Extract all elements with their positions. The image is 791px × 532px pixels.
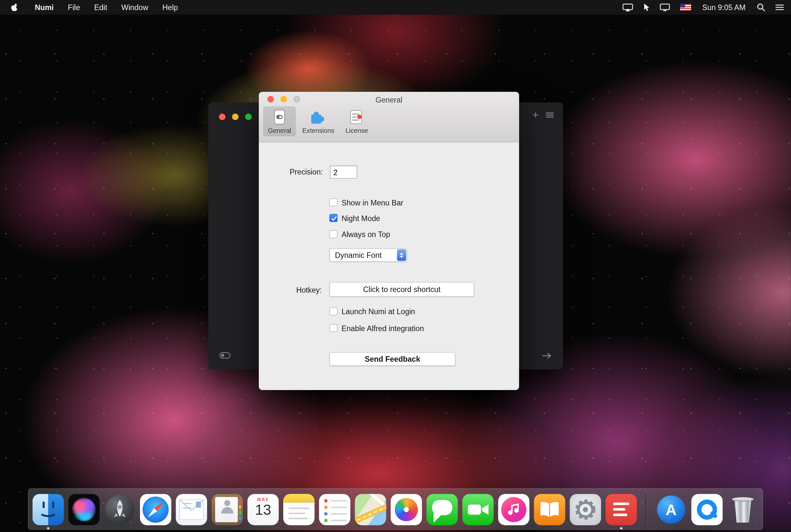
calendar-day: 13 [247, 501, 278, 518]
menu-app-name[interactable]: Numi [28, 3, 61, 12]
tab-license[interactable]: License [341, 107, 372, 136]
menu-edit[interactable]: Edit [87, 0, 114, 15]
dock-item-contacts[interactable] [212, 494, 243, 525]
photos-icon [391, 494, 422, 525]
checkbox-box [329, 324, 337, 332]
theme-toggle-icon[interactable] [219, 352, 230, 361]
itunes-icon [498, 494, 529, 525]
launchpad-icon [104, 494, 135, 525]
close-button[interactable] [219, 114, 226, 120]
checkbox-alfred-integration[interactable]: Enable Alfred integration [329, 323, 424, 333]
dock-item-calendar[interactable]: MAY 13 [247, 494, 278, 525]
font-select[interactable]: Dynamic Font [329, 248, 407, 262]
tab-general[interactable]: General [263, 107, 296, 136]
checkbox-box [329, 198, 337, 206]
hotkey-label: Hotkey: [259, 286, 322, 294]
checkbox-label: Show in Menu Bar [342, 198, 403, 206]
precision-input[interactable] [330, 165, 358, 178]
checkbox-night-mode[interactable]: Night Mode [329, 213, 380, 223]
checkbox-box [329, 307, 337, 316]
notification-center-icon[interactable] [770, 0, 791, 15]
siri-icon [69, 494, 100, 525]
dock-item-app-store[interactable]: A [656, 494, 687, 525]
checkbox-box [329, 214, 337, 222]
preferences-titlebar[interactable]: General General Extensions [259, 92, 519, 142]
dock-item-siri[interactable] [69, 494, 100, 525]
calendar-icon: MAY 13 [247, 494, 278, 525]
numi-toolbar: + [532, 109, 554, 120]
checkbox-label: Always on Top [342, 230, 390, 238]
checkbox-label: Launch Numi at Login [342, 307, 415, 316]
maps-icon [355, 494, 386, 525]
dock-item-system-preferences[interactable] [570, 494, 601, 525]
preferences-tabs: General Extensions License [263, 107, 373, 136]
dock-item-books[interactable] [534, 494, 565, 525]
tab-extensions[interactable]: Extensions [298, 107, 339, 136]
dock-item-reminders[interactable] [319, 494, 350, 525]
dock-item-facetime[interactable] [462, 494, 494, 525]
checkbox-show-in-menu-bar[interactable]: Show in Menu Bar [329, 197, 403, 207]
mail-icon [176, 494, 207, 525]
dock-item-safari[interactable] [140, 494, 171, 525]
dock-item-itunes[interactable] [498, 494, 529, 525]
preferences-window: General General Extensions [259, 92, 519, 390]
dock-item-messages[interactable] [426, 494, 458, 525]
dock-item-quicktime[interactable] [691, 494, 722, 525]
arrow-right-icon[interactable] [542, 352, 552, 361]
notes-icon [283, 494, 314, 525]
gear-glyph [570, 494, 601, 525]
apple-menu[interactable] [0, 0, 28, 15]
stamp [196, 501, 201, 508]
menu-help[interactable]: Help [155, 0, 185, 15]
checkbox-launch-at-login[interactable]: Launch Numi at Login [329, 306, 415, 317]
display-icon[interactable] [655, 0, 675, 15]
checkbox-label: Night Mode [342, 214, 380, 222]
precision-label: Precision: [259, 168, 323, 176]
dock-item-numi[interactable] [605, 494, 637, 525]
menu-bar-left: Numi File Edit Window Help [0, 0, 185, 15]
menu-bar-status: Sun 9:05 AM [617, 0, 791, 15]
license-tab-icon [350, 109, 364, 125]
menu-bar-clock[interactable]: Sun 9:05 AM [696, 3, 752, 12]
app-store-icon: A [656, 494, 687, 525]
minimize-button[interactable] [232, 114, 238, 120]
dock-item-maps[interactable] [355, 494, 386, 525]
pointer-icon[interactable] [638, 0, 655, 15]
dock-item-mail[interactable] [176, 494, 207, 525]
quicktime-icon [691, 494, 722, 525]
facetime-icon [462, 494, 494, 525]
compass-needle [140, 494, 171, 525]
menu-window[interactable]: Window [114, 0, 155, 15]
messages-icon [426, 494, 458, 525]
numi-window-controls [219, 114, 252, 120]
dock-item-finder[interactable] [33, 494, 64, 525]
font-select-value: Dynamic Font [330, 251, 382, 259]
window-title: General [259, 95, 519, 104]
send-feedback-button[interactable]: Send Feedback [329, 352, 456, 366]
finder-icon [33, 494, 64, 525]
music-note-glyph [498, 494, 529, 525]
popup-stepper-icon [397, 249, 406, 261]
general-tab-icon [273, 109, 286, 125]
airplay-display-icon[interactable] [617, 0, 638, 15]
add-icon[interactable]: + [532, 109, 539, 120]
dock-item-photos[interactable] [391, 494, 422, 525]
dock-item-trash[interactable] [727, 494, 758, 525]
safari-icon [140, 494, 171, 525]
numi-app-icon [605, 494, 637, 525]
tab-license-label: License [345, 127, 368, 134]
open-book-glyph [534, 494, 565, 525]
apple-icon [11, 3, 18, 12]
zoom-button[interactable] [245, 114, 252, 120]
menu-file[interactable]: File [61, 0, 87, 15]
checkbox-always-on-top[interactable]: Always on Top [329, 229, 390, 239]
dock-item-launchpad[interactable] [104, 494, 135, 525]
tab-general-label: General [268, 127, 291, 134]
menu-icon[interactable] [546, 112, 554, 118]
checkbox-label: Enable Alfred integration [342, 324, 424, 332]
spotlight-icon[interactable] [752, 0, 770, 15]
trash-icon [727, 494, 758, 525]
dock-item-notes[interactable] [283, 494, 314, 525]
us-flag-icon[interactable] [675, 0, 696, 15]
record-shortcut-button[interactable]: Click to record shortcut [329, 282, 474, 297]
